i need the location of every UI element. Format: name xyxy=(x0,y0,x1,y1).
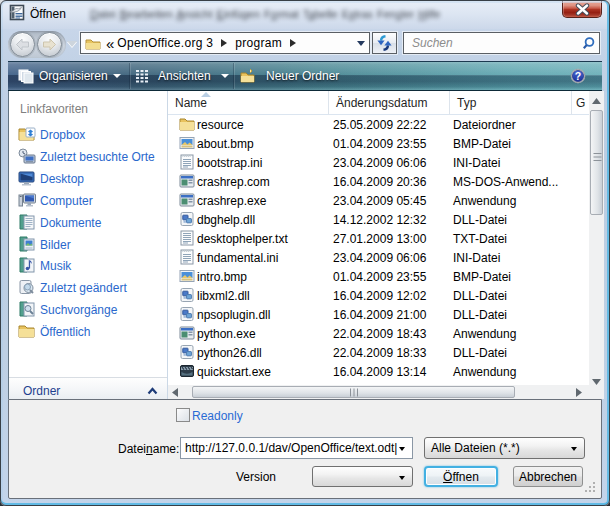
svg-text:?: ? xyxy=(575,70,581,82)
